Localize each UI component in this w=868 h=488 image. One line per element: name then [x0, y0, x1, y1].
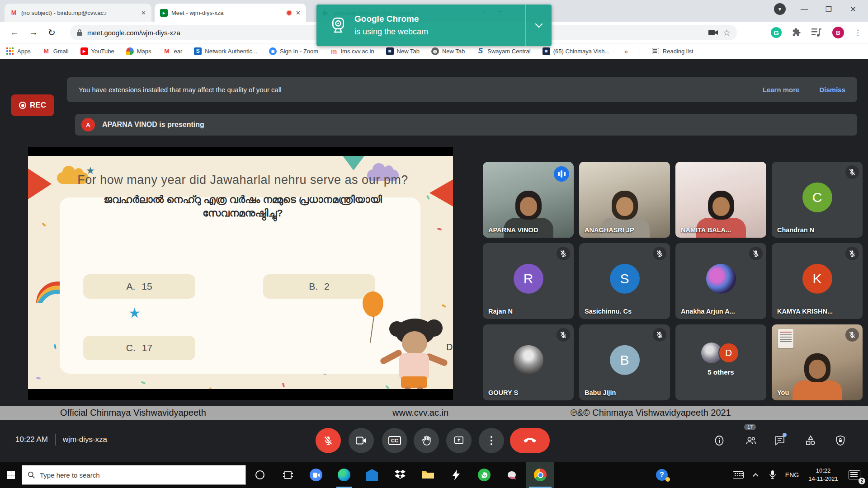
browser-profile-icon[interactable]: ▼ [774, 3, 786, 15]
start-button[interactable] [0, 462, 22, 488]
taskbar-clock[interactable]: 10:22 14-11-2021 [804, 467, 843, 483]
bookmark-youtube[interactable]: ▶YouTube [80, 47, 114, 55]
touch-keyboard-icon[interactable] [731, 462, 746, 488]
end-call-button[interactable] [510, 428, 550, 453]
bookmark-apps[interactable]: Apps [6, 47, 31, 55]
mic-mute-button[interactable] [316, 428, 341, 453]
option-b[interactable]: B.2 [263, 274, 375, 299]
participant-tile[interactable]: APARNA VINOD [483, 162, 574, 238]
dropbox-icon[interactable] [386, 462, 414, 488]
record-icon [19, 102, 26, 109]
bookmark-maps[interactable]: Maps [126, 47, 151, 55]
task-view-icon[interactable] [274, 462, 302, 488]
playlist-icon[interactable] [811, 28, 822, 37]
mail-icon[interactable] [358, 462, 386, 488]
raise-hand-button[interactable] [414, 428, 439, 453]
close-window-button[interactable]: ✕ [847, 5, 859, 14]
chat-button[interactable] [772, 433, 788, 448]
host-controls-button[interactable] [833, 433, 848, 448]
bookmark-lms[interactable]: mlms.cvv.ac.in [330, 47, 374, 55]
grammarly-icon[interactable]: G [771, 27, 782, 38]
divider [55, 434, 56, 446]
learn-more-link[interactable]: Learn more [763, 86, 800, 94]
participant-name: You [777, 389, 789, 396]
participant-tile-you[interactable]: You [772, 324, 863, 400]
recording-badge: REC [11, 94, 54, 116]
bookmark-zoom-signin[interactable]: ◼Sign In - Zoom [269, 47, 318, 55]
participant-tile[interactable]: C Chandran N [772, 162, 863, 238]
file-explorer-icon[interactable] [414, 462, 442, 488]
activities-button[interactable] [803, 433, 818, 448]
forward-icon[interactable]: → [29, 27, 38, 38]
show-participants-button[interactable] [743, 433, 759, 448]
option-c[interactable]: C.17 [83, 336, 195, 360]
edge-icon[interactable] [330, 462, 358, 488]
participant-tile[interactable]: GOURY S [483, 324, 574, 400]
reload-icon[interactable]: ↻ [48, 27, 56, 38]
footer-right: ℗&© Chinmaya Vishwavidyapeeth 2021 [571, 408, 731, 418]
reading-list-button[interactable]: Reading list [652, 48, 693, 55]
option-a[interactable]: A.15 [83, 274, 195, 299]
language-indicator[interactable]: ENG [782, 462, 802, 488]
cortana-icon[interactable] [246, 462, 274, 488]
more-options-button[interactable] [479, 428, 504, 453]
bookmark-new-tab-1[interactable]: ▦New Tab [386, 47, 420, 55]
question-malayalam: ജവഹർലാൽ നെഹ്റു എത്ര വർഷം നമ്മുടെ പ്രധാനമ… [78, 193, 408, 220]
captions-button[interactable]: CC [382, 428, 407, 453]
restore-button[interactable]: ❐ [823, 5, 835, 14]
participant-tile[interactable]: Anakha Arjun A... [675, 243, 766, 319]
close-icon[interactable]: ✕ [141, 9, 146, 16]
bookmark-chinmaya[interactable]: ▦(65) Chinmaya Vish... [542, 47, 610, 55]
participant-tile[interactable]: NAMITA BALA... [675, 162, 766, 238]
participant-tile[interactable]: K KAMYA KRISHN... [772, 243, 863, 319]
help-icon[interactable]: ? [651, 462, 673, 488]
bookmark-new-tab-2[interactable]: ◍New Tab [431, 47, 465, 55]
end-call-icon [524, 438, 536, 443]
bookmark-star-icon[interactable]: ☆ [723, 28, 731, 38]
lightning-app-icon[interactable] [442, 462, 470, 488]
close-icon[interactable]: ✕ [296, 9, 301, 16]
tray-mic-icon[interactable] [765, 462, 780, 488]
participant-tile[interactable]: ANAGHASRI JP [579, 162, 670, 238]
bookmark-gmail[interactable]: MGmail [42, 47, 69, 55]
bookmark-swayam[interactable]: SSwayam Central [476, 47, 530, 55]
camera-button[interactable] [349, 428, 374, 453]
action-center-icon[interactable]: 2 [844, 462, 864, 488]
mic-off-icon [653, 247, 666, 260]
search-placeholder: Type here to search [40, 471, 100, 479]
minimize-button[interactable]: — [798, 5, 810, 13]
tray-chevron-up-icon[interactable] [748, 462, 763, 488]
participant-tile[interactable]: R Rajan N [483, 243, 574, 319]
camera-in-use-icon[interactable] [708, 29, 718, 36]
participant-tile[interactable]: B Babu Jijin [579, 324, 670, 400]
participant-tile[interactable]: S Sasichinnu. Cs [579, 243, 670, 319]
browser-menu-icon[interactable]: ⋮ [854, 28, 862, 38]
clock-date: 14-11-2021 [804, 475, 843, 483]
presentation-slide[interactable]: ★ [28, 147, 453, 400]
whatsapp-icon[interactable] [470, 462, 498, 488]
people-icon [745, 436, 757, 446]
screen-sketch-icon[interactable] [498, 462, 526, 488]
tab-meet[interactable]: ▸ Meet - wjm-diys-xza ✕ [155, 4, 306, 22]
bookmarks-overflow-icon[interactable]: » [624, 47, 627, 55]
tab-gmail[interactable]: M (no subject) - bindu.mp@cvv.ac.i ✕ [5, 4, 151, 22]
webcam-notification[interactable]: Google Chrome is using the webcam [316, 5, 552, 46]
dismiss-link[interactable]: Dismiss [819, 86, 845, 94]
bookmark-network-authentication[interactable]: SNetwork Authentic... [194, 47, 257, 55]
present-button[interactable] [446, 428, 472, 453]
avatar-photo [706, 264, 736, 294]
extensions-puzzle-icon[interactable] [792, 28, 802, 38]
meeting-details-button[interactable] [712, 433, 727, 448]
info-icon [714, 435, 725, 446]
mic-off-icon [749, 247, 763, 260]
back-icon[interactable]: ← [10, 27, 19, 38]
taskbar-search[interactable]: Type here to search [22, 465, 246, 485]
participant-tile-others[interactable]: D 5 others [675, 324, 766, 400]
notification-expand-button[interactable] [525, 5, 552, 46]
meet-control-bar: 10:22 AM wjm-diys-xza CC [0, 420, 868, 462]
bookmark-ear[interactable]: Mear [163, 47, 182, 55]
window-controls: ▼ — ❐ ✕ [774, 0, 868, 18]
chrome-icon[interactable] [526, 462, 554, 488]
zoom-app-icon[interactable] [302, 462, 330, 488]
profile-avatar[interactable]: B [832, 27, 844, 38]
